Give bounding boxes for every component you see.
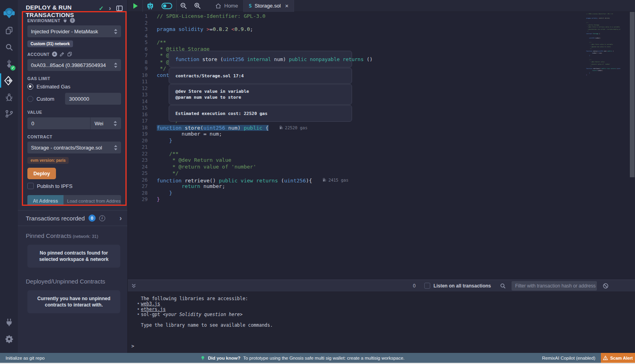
annotation-red-box: ENVIRONMENT i Injected Provider - MetaMa… (22, 11, 127, 206)
line-number: 24 (128, 164, 148, 171)
custom-gas-radio[interactable] (27, 96, 33, 102)
terminal[interactable]: The following libraries are accessible:•… (128, 291, 635, 353)
select-caret-icon (114, 121, 117, 126)
transactions-recorded-row[interactable]: Transactions recorded 0 i › (18, 210, 127, 226)
zoom-in-icon[interactable] (194, 2, 201, 10)
code-line[interactable]: 22 /** (128, 151, 635, 157)
deployed-empty-message: Currently you have no unpinned contracts… (27, 290, 120, 313)
settings-icon[interactable] (0, 331, 18, 347)
gas-estimate-widget: 22520 gas (279, 125, 308, 131)
terminal-prompt[interactable]: > (131, 343, 134, 349)
estimated-gas-label: Estimated Gas (37, 84, 70, 90)
code-line[interactable]: 24 * @return value of 'number' (128, 164, 635, 171)
debugger-icon[interactable] (0, 89, 18, 105)
solidity-compiler-icon[interactable]: ✓ (0, 56, 18, 72)
line-number: 2 (128, 20, 148, 27)
code-line[interactable]: 5/** (128, 39, 635, 46)
code-line[interactable]: 25 */ (128, 170, 635, 177)
fork-state-icon[interactable] (63, 18, 67, 23)
add-account-icon[interactable]: + (52, 52, 57, 57)
line-number: 9 (128, 65, 148, 72)
terminal-search-icon[interactable] (500, 283, 506, 289)
code-line[interactable]: 19 number = num; (128, 131, 635, 138)
terminal-link[interactable]: web3.js (141, 301, 160, 307)
value-unit-select[interactable]: Wei (90, 117, 121, 129)
custom-gas-input[interactable]: 3000000 (65, 93, 121, 105)
terminal-link[interactable]: ethers.js (141, 307, 165, 312)
copy-account-icon[interactable] (67, 52, 72, 57)
plugin-manager-icon[interactable] (0, 314, 18, 331)
publish-ipfs-checkbox[interactable] (27, 183, 34, 189)
deploy-button[interactable]: Deploy (27, 168, 56, 179)
collapse-terminal-icon[interactable] (131, 283, 137, 289)
line-number: 18 (128, 125, 148, 131)
transactions-chevron-icon[interactable]: › (119, 214, 122, 222)
code-line[interactable]: 29} (128, 196, 635, 203)
did-you-know-label: Did you know? (208, 356, 241, 360)
sign-message-icon[interactable] (60, 52, 65, 57)
contract-select[interactable]: Storage - contracts/Storage.sol (27, 142, 121, 153)
account-select[interactable]: 0xA03...85ac4 (0.398673504934 (27, 59, 121, 71)
environment-info-icon[interactable]: i (70, 18, 75, 23)
environment-select[interactable]: Injected Provider - MetaMask (27, 25, 121, 37)
ai-copilot-icon[interactable] (146, 2, 154, 10)
remix-logo[interactable] (0, 3, 18, 22)
line-number: 10 (128, 72, 148, 79)
code-line[interactable]: 3pragma solidity >=0.8.2 <0.9.0; (128, 26, 635, 33)
transactions-info-icon[interactable]: i (99, 215, 105, 221)
code-line[interactable]: 26function retrieve() public view return… (128, 177, 635, 184)
solidity-file-icon: S (249, 3, 252, 9)
tab-home[interactable]: Home (210, 0, 243, 12)
estimated-gas-radio[interactable] (27, 84, 33, 90)
zoom-out-icon[interactable] (180, 2, 187, 10)
line-number: 12 (128, 85, 148, 92)
code-line[interactable]: 21 (128, 144, 635, 151)
editor-minimap[interactable]: // SPDX-License-Identifier: GPL-3.0pragm… (586, 13, 620, 77)
line-number: 11 (128, 79, 148, 85)
terminal-line: •sol-gpt <your Solidity question here> (141, 312, 635, 317)
line-number: 3 (128, 26, 148, 33)
contract-label: CONTRACT (27, 134, 52, 139)
file-explorer-icon[interactable] (0, 22, 18, 39)
deploy-run-icon[interactable] (0, 72, 18, 89)
listen-all-checkbox[interactable] (424, 283, 430, 289)
code-line[interactable]: 20 } (128, 138, 635, 144)
line-number: 21 (128, 144, 148, 151)
copilot-toggle[interactable] (162, 3, 172, 9)
icon-rail: ✓ (0, 0, 18, 353)
filter-transactions-input[interactable]: Filter with transaction hash or address (512, 281, 597, 291)
at-address-input[interactable]: Load contract from Addres (64, 195, 121, 206)
compiled-badge-icon: ✓ (10, 65, 15, 71)
expand-chevron-icon[interactable]: › (109, 6, 111, 11)
scam-alert-button[interactable]: Scam Alert (601, 353, 635, 363)
git-init-button[interactable]: Initialize as git repo (6, 356, 44, 360)
pin-panel-icon[interactable] (116, 6, 123, 11)
git-icon[interactable] (0, 105, 18, 122)
clear-console-icon[interactable] (602, 283, 609, 289)
close-tab-icon[interactable]: × (285, 2, 289, 9)
run-script-button[interactable] (133, 3, 138, 9)
code-line[interactable]: 2 (128, 20, 635, 27)
tab-storage-sol[interactable]: S Storage.sol × (244, 0, 294, 12)
code-line[interactable]: 18function store(uint256 num) public {22… (128, 125, 635, 131)
code-line[interactable]: 4 (128, 33, 635, 40)
code-line[interactable]: 28 } (128, 190, 635, 197)
listen-all-label: Listen on all transactions (433, 283, 491, 289)
value-input[interactable]: 0 (27, 117, 90, 129)
line-number: 26 (128, 177, 148, 184)
gas-estimate-widget: 2415 gas (322, 177, 348, 184)
line-number: 19 (128, 131, 148, 138)
copilot-status[interactable]: RemixAI Copilot (enabled) (542, 356, 595, 360)
editor-scrollbar[interactable] (630, 12, 635, 177)
search-icon[interactable] (0, 39, 18, 56)
publish-ipfs-label: Publish to IPFS (37, 183, 73, 189)
tooltip-gas-cost: Estimated execution cost: 22520 gas (169, 105, 352, 122)
environment-label: ENVIRONMENT (27, 18, 60, 23)
at-address-button[interactable]: At Address (27, 195, 64, 206)
line-number: 29 (128, 196, 148, 203)
remix-ide-window: ✓ DEPLOY & RUN TRANSACTIONS ✓ › ENVIRONM… (0, 0, 635, 364)
code-line[interactable]: 23 * @dev Return value (128, 157, 635, 164)
code-line[interactable]: 1// SPDX-License-Identifier: GPL-3.0 (128, 13, 635, 20)
tooltip-signature: function store (uint256 internal num) pu… (169, 51, 352, 67)
code-line[interactable]: 27 return number; (128, 183, 635, 190)
